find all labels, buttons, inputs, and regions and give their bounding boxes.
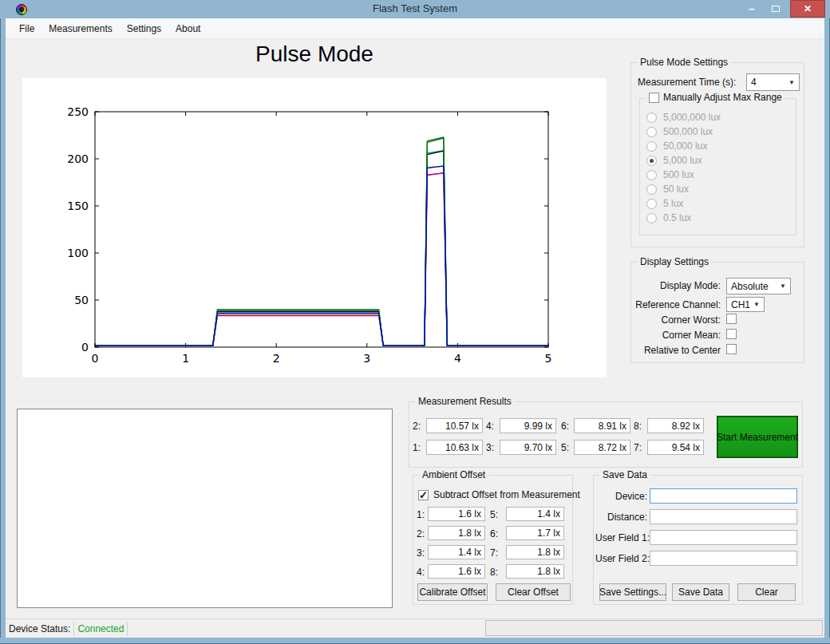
manual-range-label: Manually Adjust Max Range bbox=[663, 92, 782, 103]
window-frame-left bbox=[0, 18, 6, 638]
manual-range-checkbox[interactable] bbox=[649, 93, 659, 103]
result-ch-label: 4: bbox=[486, 421, 494, 432]
result-field-ch1[interactable]: 10.63 lx bbox=[426, 440, 483, 455]
user-field-2-label: User Field 2: bbox=[595, 553, 647, 564]
offset-ch-label: 5: bbox=[490, 509, 498, 520]
user-field-1-input[interactable] bbox=[650, 530, 797, 545]
subtract-offset-checkbox[interactable] bbox=[418, 490, 429, 500]
svg-text:50: 50 bbox=[74, 294, 89, 306]
menu-bar: File Measurements Settings About bbox=[6, 18, 824, 39]
range-radio-5[interactable] bbox=[646, 199, 657, 209]
range-radio-5000[interactable] bbox=[646, 156, 657, 166]
range-option: 0.5 lux bbox=[646, 212, 691, 223]
close-button[interactable]: ✕ bbox=[790, 0, 825, 18]
offset-field-ch1[interactable]: 1.6 lx bbox=[428, 507, 485, 521]
svg-text:0: 0 bbox=[92, 352, 99, 365]
result-field-ch8[interactable]: 8.92 lx bbox=[647, 418, 704, 433]
clear-button[interactable]: Clear bbox=[737, 583, 796, 601]
svg-text:250: 250 bbox=[67, 105, 89, 118]
measurement-results-title: Measurement Results bbox=[415, 396, 515, 407]
menu-item-measurements[interactable]: Measurements bbox=[42, 21, 119, 37]
chevron-down-icon: ▼ bbox=[788, 79, 795, 86]
result-field-ch6[interactable]: 8.91 lx bbox=[574, 418, 630, 433]
range-radio-500[interactable] bbox=[646, 170, 657, 180]
range-option: 5,000 lux bbox=[646, 155, 702, 166]
result-ch-label: 3: bbox=[486, 442, 494, 453]
measurement-time-select[interactable]: 4 ▼ bbox=[746, 73, 800, 91]
device-status-value: Connected bbox=[77, 623, 124, 634]
result-ch-label: 2: bbox=[413, 421, 421, 432]
offset-field-ch4[interactable]: 1.6 lx bbox=[428, 564, 485, 579]
result-field-ch4[interactable]: 9.99 lx bbox=[500, 418, 556, 433]
range-radio-500000[interactable] bbox=[646, 127, 657, 137]
distance-label: Distance: bbox=[595, 512, 647, 523]
offset-field-ch8[interactable]: 1.8 lx bbox=[506, 564, 564, 579]
display-mode-select[interactable]: Absolute ▼ bbox=[726, 278, 791, 294]
pulse-chart: 012345050100150200250 bbox=[22, 78, 607, 377]
progress-bar bbox=[485, 620, 823, 636]
result-field-ch3[interactable]: 9.70 lx bbox=[500, 440, 556, 455]
save-settings-button[interactable]: Save Settings... bbox=[599, 583, 666, 601]
distance-input[interactable] bbox=[650, 509, 797, 524]
maximize-button[interactable] bbox=[765, 0, 787, 18]
minimize-button[interactable]: – bbox=[741, 0, 763, 18]
clear-offset-button[interactable]: Clear Offset bbox=[496, 583, 571, 601]
device-status-label: Device Status: bbox=[9, 623, 70, 634]
offset-field-ch2[interactable]: 1.8 lx bbox=[428, 526, 485, 540]
range-option: 5,000,000 lux bbox=[646, 112, 721, 123]
range-label: 50 lux bbox=[663, 184, 689, 195]
window-frame-right bbox=[824, 18, 830, 638]
range-radio-0-5[interactable] bbox=[646, 213, 657, 223]
log-listbox[interactable] bbox=[17, 409, 393, 608]
corner-mean-label: Corner Mean: bbox=[631, 330, 721, 341]
relative-to-center-label: Relative to Center bbox=[631, 345, 721, 356]
manual-range-header: Manually Adjust Max Range bbox=[646, 92, 785, 103]
relative-to-center-checkbox[interactable] bbox=[726, 344, 737, 354]
result-field-ch7[interactable]: 9.54 lx bbox=[647, 440, 704, 455]
result-field-ch5[interactable]: 8.72 lx bbox=[574, 440, 630, 455]
user-field-2-input[interactable] bbox=[650, 551, 797, 566]
range-radio-50[interactable] bbox=[646, 184, 657, 195]
menu-item-file[interactable]: File bbox=[12, 21, 42, 37]
menu-item-about[interactable]: About bbox=[168, 21, 208, 37]
range-label: 500,000 lux bbox=[663, 126, 713, 137]
pulse-chart-svg: 012345050100150200250 bbox=[22, 78, 607, 377]
reference-channel-select[interactable]: CH1 ▼ bbox=[726, 297, 765, 312]
save-data-title: Save Data bbox=[599, 469, 650, 480]
result-field-ch2[interactable]: 10.57 lx bbox=[426, 418, 483, 433]
offset-ch-label: 1: bbox=[417, 509, 425, 520]
save-data-button[interactable]: Save Data bbox=[672, 583, 729, 601]
range-radio-50000[interactable] bbox=[646, 141, 657, 152]
corner-worst-checkbox[interactable] bbox=[726, 314, 737, 324]
device-input[interactable] bbox=[650, 488, 797, 504]
svg-text:200: 200 bbox=[67, 152, 89, 165]
subtract-offset-label: Subtract Offset from Measurement bbox=[433, 489, 580, 500]
measurement-time-label: Measurement Time (s): bbox=[638, 77, 736, 88]
range-radio-5000000[interactable] bbox=[646, 113, 657, 123]
svg-text:2: 2 bbox=[273, 352, 280, 365]
corner-mean-checkbox[interactable] bbox=[726, 329, 737, 339]
offset-field-ch6[interactable]: 1.7 lx bbox=[506, 526, 564, 540]
svg-text:150: 150 bbox=[67, 200, 89, 212]
start-measurement-button[interactable]: Start Measurement bbox=[717, 417, 797, 457]
minimize-icon: – bbox=[749, 2, 755, 15]
offset-field-ch3[interactable]: 1.4 lx bbox=[428, 545, 485, 559]
save-data-group: Save Data Device: Distance: User Field 1… bbox=[593, 475, 803, 605]
menu-item-settings[interactable]: Settings bbox=[120, 21, 168, 37]
calibrate-offset-button[interactable]: Calibrate Offset bbox=[417, 583, 488, 601]
titlebar[interactable]: Flash Test System – ✕ bbox=[0, 0, 830, 18]
range-option: 50,000 lux bbox=[646, 140, 707, 152]
display-settings-title: Display Settings bbox=[637, 256, 712, 267]
offset-field-ch5[interactable]: 1.4 lx bbox=[506, 507, 564, 521]
reference-channel-value: CH1 bbox=[731, 299, 750, 310]
offset-ch-label: 7: bbox=[490, 547, 498, 559]
pulse-mode-settings-group: Pulse Mode Settings Measurement Time (s)… bbox=[630, 62, 804, 247]
display-mode-value: Absolute bbox=[731, 281, 769, 292]
result-ch-label: 5: bbox=[561, 442, 569, 453]
offset-ch-label: 8: bbox=[490, 567, 498, 578]
range-option: 5 lux bbox=[646, 198, 683, 209]
svg-text:4: 4 bbox=[454, 352, 461, 365]
app-window: Flash Test System – ✕ File Measurements … bbox=[0, 0, 830, 644]
offset-field-ch7[interactable]: 1.8 lx bbox=[506, 545, 564, 559]
svg-text:5: 5 bbox=[545, 352, 552, 365]
